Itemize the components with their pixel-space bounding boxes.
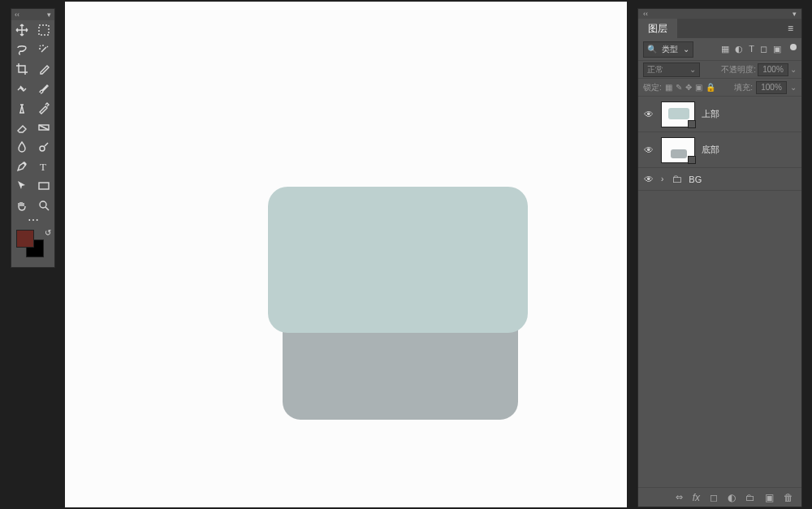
svg-point-2: [40, 146, 45, 151]
filter-icons: ▦ ◐ T ◻ ▣: [721, 44, 797, 54]
group-icon[interactable]: 🗀: [745, 492, 755, 503]
layer-row[interactable]: 👁 上部: [638, 97, 801, 132]
svg-rect-0: [39, 25, 49, 35]
tool-brush[interactable]: [33, 79, 55, 98]
tool-lasso[interactable]: [11, 40, 33, 59]
fill-chevron-icon[interactable]: ⌄: [790, 83, 797, 92]
tool-blur[interactable]: [11, 137, 33, 157]
visibility-toggle-icon[interactable]: 👁: [643, 174, 654, 185]
layers-panel: ‹‹▾ 图层 ≡ 🔍类型⌄ ▦ ◐ T ◻ ▣ 正常⌄ 不透明度: 100% ⌄…: [637, 8, 802, 507]
tool-history-brush[interactable]: [33, 98, 55, 118]
tool-path-select[interactable]: [11, 176, 33, 196]
fill-label: 填充:: [734, 82, 753, 93]
fill-value[interactable]: 100%: [756, 81, 787, 94]
svg-rect-4: [39, 183, 49, 189]
layers-bottom-bar: ⇔ fx ◻ ◐ 🗀 ▣ 🗑: [638, 487, 801, 507]
link-layers-icon[interactable]: ⇔: [676, 492, 683, 503]
tool-pen[interactable]: [11, 157, 33, 176]
adjustment-icon[interactable]: ◐: [728, 492, 736, 503]
tool-eyedropper[interactable]: [33, 59, 55, 79]
filter-toggle[interactable]: [790, 44, 797, 50]
layer-row[interactable]: 👁 底部: [638, 132, 801, 168]
tool-dodge[interactable]: [33, 137, 55, 157]
layer-name[interactable]: BG: [689, 175, 702, 184]
canvas[interactable]: [65, 2, 627, 507]
opacity-value[interactable]: 100%: [758, 63, 788, 76]
visibility-toggle-icon[interactable]: 👁: [643, 109, 654, 120]
tool-hand[interactable]: [11, 196, 33, 215]
shape-badge-icon: [688, 120, 696, 128]
layer-filter-row: 🔍类型⌄ ▦ ◐ T ◻ ▣: [638, 38, 801, 61]
foreground-swatch[interactable]: [16, 230, 34, 248]
blend-mode-value: 正常: [647, 64, 663, 75]
layer-name[interactable]: 底部: [702, 144, 719, 156]
layers-tabs: 图层 ≡: [638, 19, 801, 38]
tool-move[interactable]: [11, 20, 33, 40]
blend-mode-select[interactable]: 正常⌄: [643, 63, 700, 77]
lock-label: 锁定:: [643, 82, 662, 93]
svg-text:T: T: [40, 161, 46, 173]
tools-grid: T: [11, 20, 54, 215]
filter-shape-icon[interactable]: ◻: [760, 44, 767, 54]
lock-pixels-icon[interactable]: ▦: [665, 83, 672, 92]
filter-smart-icon[interactable]: ▣: [773, 44, 781, 54]
layers-panel-grip[interactable]: ‹‹▾: [638, 9, 801, 19]
tool-rectangle[interactable]: [33, 176, 55, 196]
tool-more-icon[interactable]: ⋯: [11, 215, 54, 225]
tool-crop[interactable]: [11, 59, 33, 79]
opacity-chevron-icon[interactable]: ⌄: [790, 65, 797, 74]
color-swatches: ↺: [11, 228, 54, 261]
fx-icon[interactable]: fx: [693, 492, 700, 503]
opacity-label: 不透明度:: [721, 64, 756, 75]
lock-paint-icon[interactable]: ✎: [676, 83, 682, 92]
tools-panel: ‹‹▾ T ⋯ ↺: [11, 8, 55, 268]
lock-artboard-icon[interactable]: ▣: [695, 83, 702, 92]
tool-magic-wand[interactable]: [33, 40, 55, 59]
filter-type-label: 类型: [662, 44, 678, 55]
group-chevron-icon[interactable]: ›: [661, 175, 663, 183]
tool-zoom[interactable]: [33, 196, 55, 215]
layer-name[interactable]: 上部: [702, 108, 719, 120]
tab-layers[interactable]: 图层: [638, 19, 677, 38]
mask-icon[interactable]: ◻: [710, 492, 718, 503]
layer-thumb[interactable]: [661, 101, 695, 127]
layer-list: 👁 上部 👁 底部 👁 › 🗀 BG: [638, 97, 801, 487]
tool-marquee[interactable]: [33, 20, 55, 40]
tool-type[interactable]: T: [33, 157, 55, 176]
tools-panel-header[interactable]: ‹‹▾: [11, 9, 54, 20]
tool-spot-heal[interactable]: [11, 79, 33, 98]
lock-row: 锁定: ▦ ✎ ✥ ▣ 🔒 填充: 100% ⌄: [638, 79, 801, 97]
canvas-shape-top[interactable]: [268, 187, 528, 333]
blend-opacity-row: 正常⌄ 不透明度: 100% ⌄: [638, 61, 801, 79]
shape-badge-icon: [688, 156, 696, 164]
panel-menu-icon[interactable]: ≡: [788, 23, 795, 34]
layer-thumb[interactable]: [661, 137, 695, 163]
lock-all-icon[interactable]: 🔒: [706, 83, 715, 92]
tool-eraser[interactable]: [11, 118, 33, 137]
visibility-toggle-icon[interactable]: 👁: [643, 145, 654, 156]
lock-position-icon[interactable]: ✥: [685, 83, 692, 92]
filter-pixel-icon[interactable]: ▦: [721, 44, 729, 54]
filter-type-icon[interactable]: T: [749, 44, 754, 54]
filter-type-select[interactable]: 🔍类型⌄: [643, 41, 693, 58]
folder-icon: 🗀: [672, 173, 682, 185]
new-layer-icon[interactable]: ▣: [765, 492, 774, 503]
filter-adjust-icon[interactable]: ◐: [735, 44, 743, 54]
tool-clone[interactable]: [11, 98, 33, 118]
swap-colors-icon[interactable]: ↺: [45, 228, 51, 237]
layer-row[interactable]: 👁 › 🗀 BG: [638, 168, 801, 191]
tool-gradient[interactable]: [33, 118, 55, 137]
svg-point-5: [40, 201, 46, 208]
trash-icon[interactable]: 🗑: [784, 492, 793, 503]
